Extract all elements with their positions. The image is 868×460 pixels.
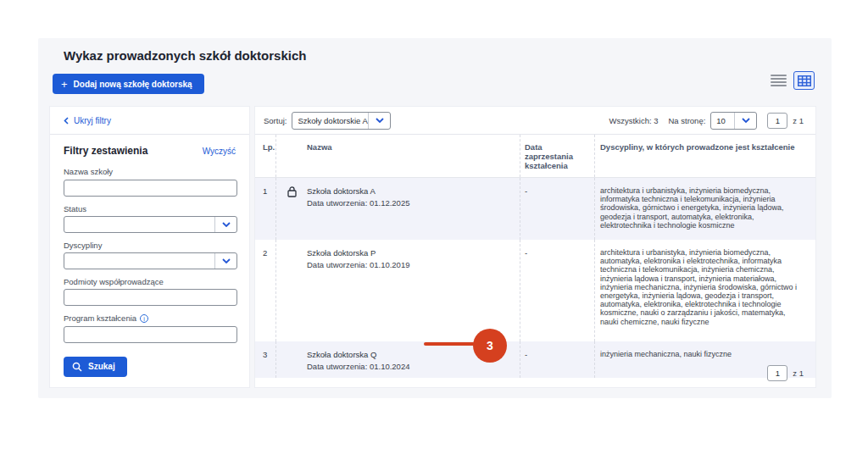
search-button[interactable]: Szukaj xyxy=(64,357,127,377)
header-name: Nazwa xyxy=(275,135,520,177)
sort-select-value: Szkoły doktorskie A > Z xyxy=(292,116,368,125)
field-label: Program kształcenia i xyxy=(64,313,236,323)
table-row[interactable]: 3 Szkoła doktorska Q Data utworzenia: 01… xyxy=(255,341,815,378)
hide-filters-label: Ukryj filtry xyxy=(74,116,111,125)
disciplines: architektura i urbanistyka, inżynieria b… xyxy=(594,178,815,240)
filter-field-status: Status xyxy=(64,204,236,233)
page-number-input[interactable] xyxy=(767,365,787,381)
chevron-down-icon xyxy=(368,113,390,129)
field-label: Dyscypliny xyxy=(64,241,236,250)
row-lp: 3 xyxy=(255,341,275,378)
program-label-text: Program kształcenia xyxy=(64,313,136,323)
view-toggles xyxy=(771,71,815,90)
disciplines-select[interactable] xyxy=(64,252,237,269)
program-input[interactable] xyxy=(64,326,237,343)
disciplines: architektura i urbanistyka, inżynieria b… xyxy=(594,240,815,341)
header-disciplines: Dyscypliny, w których prowadzone jest ks… xyxy=(594,135,815,177)
page-total: z 1 xyxy=(793,369,804,378)
per-page-label: Na stronę: xyxy=(668,116,705,125)
filter-field-co-entities: Podmioty współprowadzące xyxy=(64,277,236,307)
add-doctoral-school-button[interactable]: + Dodaj nową szkołę doktorską xyxy=(53,74,204,94)
page-control: z 1 xyxy=(767,113,804,129)
toolbar-right: Wszystkich: 3 Na stronę: 10 z 1 xyxy=(609,112,804,130)
add-button-label: Dodaj nową szkołę doktorską xyxy=(74,80,192,89)
list-toolbar: Sortuj: Szkoły doktorskie A > Z Wszystki… xyxy=(255,107,815,135)
filter-body: Filtry zestawienia Wyczyść Nazwa szkoły … xyxy=(50,135,249,377)
lock-icon xyxy=(287,186,297,199)
cease-date: - xyxy=(520,178,594,240)
filter-panel-topbar: Ukryj filtry xyxy=(50,107,249,135)
header-cease-date: Data zaprzestania kształcenia xyxy=(520,135,594,177)
per-page-control: Na stronę: 10 xyxy=(668,112,757,130)
page-number-input[interactable] xyxy=(767,113,787,129)
co-entities-input[interactable] xyxy=(64,289,237,306)
filter-field-disciplines: Dyscypliny xyxy=(64,241,236,269)
filter-field-program: Program kształcenia i xyxy=(64,313,236,343)
field-label: Podmioty współprowadzące xyxy=(64,277,236,286)
grid-view-icon[interactable] xyxy=(793,71,815,90)
row-lp: 1 xyxy=(255,178,275,240)
filter-panel: Ukryj filtry Filtry zestawienia Wyczyść … xyxy=(49,106,250,388)
school-name: Szkoła doktorska A xyxy=(307,186,520,196)
screen: Wykaz prowadzonych szkół doktorskich + D… xyxy=(0,0,868,460)
hide-filters-link[interactable]: Ukryj filtry xyxy=(50,116,111,125)
chevron-down-icon xyxy=(734,113,756,129)
creation-date: Data utworzenia: 01.10.2019 xyxy=(307,260,520,269)
field-label: Status xyxy=(64,204,236,213)
creation-date: Data utworzenia: 01.12.2025 xyxy=(307,198,520,208)
creation-date: Data utworzenia: 01.10.2024 xyxy=(307,362,520,371)
search-icon xyxy=(72,362,82,372)
school-name-input[interactable] xyxy=(64,180,237,197)
results-panel: Sortuj: Szkoły doktorskie A > Z Wszystki… xyxy=(254,106,816,388)
list-view-icon[interactable] xyxy=(771,74,787,87)
field-label: Nazwa szkoły xyxy=(64,167,236,176)
row-name-cell: Szkoła doktorska P Data utworzenia: 01.1… xyxy=(275,240,520,341)
filters-title: Filtry zestawienia xyxy=(64,145,147,157)
plus-icon: + xyxy=(61,79,68,90)
per-page-select[interactable]: 10 xyxy=(710,112,757,130)
chevron-left-icon xyxy=(64,117,69,125)
annotation-badge: 3 xyxy=(473,329,507,363)
cease-date: - xyxy=(520,240,594,341)
info-icon[interactable]: i xyxy=(140,314,148,323)
clear-filters-link[interactable]: Wyczyść xyxy=(203,147,236,156)
total-count: Wszystkich: 3 xyxy=(609,116,658,125)
page-total: z 1 xyxy=(793,116,804,125)
table-header-row: Lp. Nazwa Data zaprzestania kształcenia … xyxy=(255,135,815,178)
search-button-label: Szukaj xyxy=(88,362,115,371)
sort-select[interactable]: Szkoły doktorskie A > Z xyxy=(292,112,391,130)
table-row[interactable]: 1 Szkoła doktorska A Data utworzenia: 01… xyxy=(255,178,815,240)
school-name: Szkoła doktorska P xyxy=(307,248,520,258)
per-page-value: 10 xyxy=(711,116,734,125)
bottom-pagination: z 1 xyxy=(767,365,804,381)
cease-date: - xyxy=(520,341,594,378)
header-lp: Lp. xyxy=(255,135,275,177)
sort-label: Sortuj: xyxy=(264,116,287,125)
row-lp: 2 xyxy=(255,240,275,341)
chevron-down-icon xyxy=(214,217,236,232)
status-select[interactable] xyxy=(64,216,237,233)
table-row[interactable]: 2 Szkoła doktorska P Data utworzenia: 01… xyxy=(255,240,815,341)
filter-field-school-name: Nazwa szkoły xyxy=(64,167,236,197)
chevron-down-icon xyxy=(214,253,236,269)
row-name-cell: Szkoła doktorska A Data utworzenia: 01.1… xyxy=(275,178,520,240)
annotation-line xyxy=(424,342,475,346)
page-title: Wykaz prowadzonych szkół doktorskich xyxy=(64,48,306,63)
